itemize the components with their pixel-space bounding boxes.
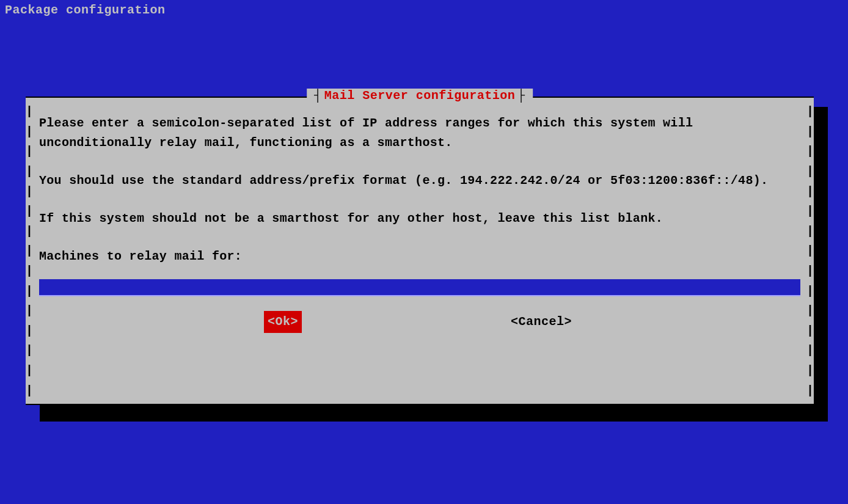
dialog-title: Mail Server configuration <box>324 89 516 103</box>
description-paragraph-3: If this system should not be a smarthost… <box>39 209 800 228</box>
title-left-bracket-icon: ┤ <box>314 89 322 103</box>
cancel-button[interactable]: <Cancel> <box>507 311 576 333</box>
page-header: Package configuration <box>0 0 848 20</box>
input-prompt-label: Machines to relay mail for: <box>39 247 800 266</box>
dialog-title-bar: ┤Mail Server configuration├ <box>307 89 533 103</box>
description-paragraph-1: Please enter a semicolon-separated list … <box>39 114 800 153</box>
config-dialog: ||| ||| ||| ||| ||| ||| ||| ||| ||| ||| … <box>26 97 814 405</box>
ok-button[interactable]: <Ok> <box>264 311 302 333</box>
relay-machines-input[interactable] <box>39 279 800 296</box>
title-right-bracket-icon: ├ <box>517 89 525 103</box>
header-title: Package configuration <box>5 3 166 17</box>
description-paragraph-2: You should use the standard address/pref… <box>39 171 800 191</box>
